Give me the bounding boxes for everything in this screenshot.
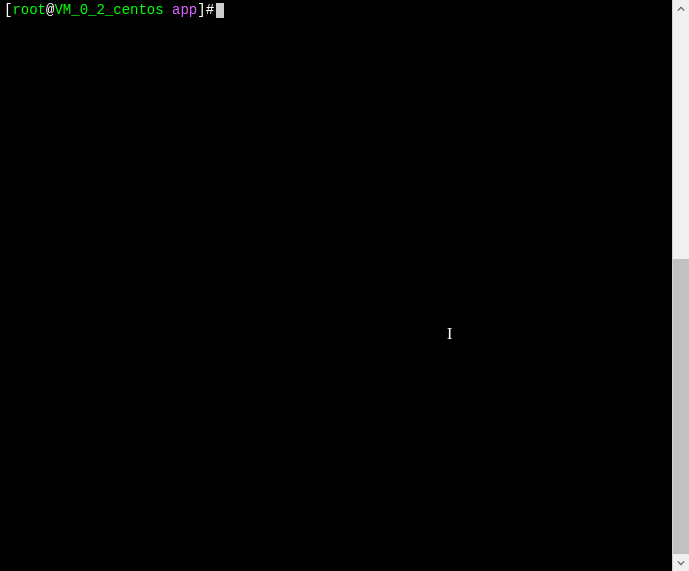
prompt-space [164,2,172,18]
scroll-track[interactable] [673,17,689,554]
scroll-up-button[interactable] [673,0,689,17]
prompt-line: [root@VM_0_2_centos app]# [4,2,668,19]
vertical-scrollbar[interactable] [672,0,689,571]
prompt-symbol: # [206,2,214,18]
prompt-user: root [12,2,46,18]
text-cursor-icon: I [447,325,452,343]
scroll-down-button[interactable] [673,554,689,571]
terminal-cursor [216,3,224,18]
chevron-down-icon [677,559,685,567]
scroll-thumb[interactable] [673,259,689,554]
prompt-dir: app [172,2,197,18]
chevron-up-icon [677,5,685,13]
bracket-close: ] [197,2,205,18]
prompt-host: VM_0_2_centos [54,2,163,18]
terminal-area[interactable]: [root@VM_0_2_centos app]# I [0,0,672,571]
